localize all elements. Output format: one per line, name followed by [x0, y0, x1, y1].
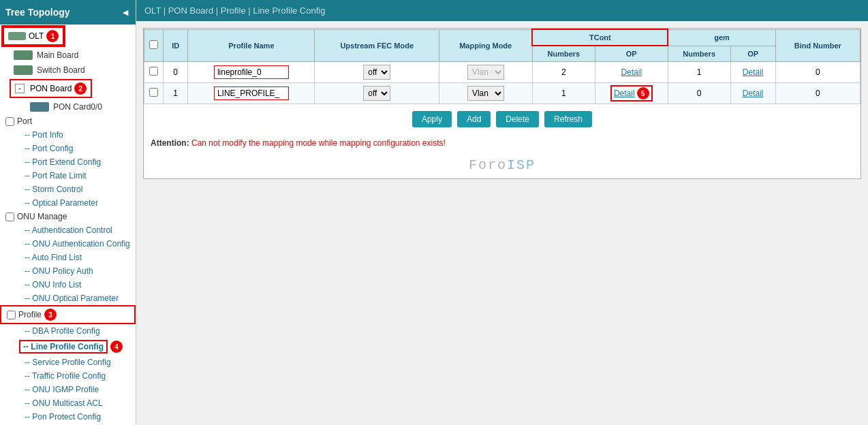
- tree-item-main-board[interactable]: Main Board: [0, 48, 136, 63]
- row1-mapping-select[interactable]: Vlan GEM TLS: [467, 86, 504, 101]
- nav-auth-control[interactable]: -- Authentication Control: [0, 223, 136, 237]
- profile-section-checkbox[interactable]: [7, 311, 16, 319]
- tree-item-pon-card[interactable]: PON Card0/0: [0, 99, 136, 114]
- nav-pon-protect[interactable]: -- Pon Protect Config: [0, 410, 136, 424]
- row0-gem-numbers: 1: [668, 62, 730, 83]
- pon-board-badge: 2: [74, 82, 87, 95]
- pon-board-expand[interactable]: -: [15, 84, 25, 93]
- attention-message: Attention: Can not modify the mapping mo…: [144, 134, 861, 152]
- row1-gem-numbers: 0: [668, 83, 730, 104]
- olt-label: OLT: [29, 31, 44, 41]
- th-checkbox: [144, 29, 164, 62]
- sidebar-header: Tree Topology ◄: [0, 0, 136, 25]
- row0-mapping-select[interactable]: Vlan GEM TLS: [467, 65, 504, 80]
- row1-gem-detail-link[interactable]: Detail: [743, 89, 764, 98]
- nav-optical-parameter[interactable]: -- Optical Parameter: [0, 196, 136, 210]
- onu-nav-items: -- Authentication Control -- ONU Authent…: [0, 223, 136, 305]
- refresh-button[interactable]: Refresh: [544, 111, 592, 127]
- port-section-checkbox[interactable]: [5, 117, 14, 126]
- port-section-header[interactable]: Port: [0, 114, 136, 128]
- row0-gem-op[interactable]: Detail: [730, 62, 775, 83]
- th-profile-name: Profile Name: [188, 29, 315, 62]
- th-tcont-op: OP: [595, 46, 668, 62]
- th-id: ID: [164, 29, 188, 62]
- row1-fec-select[interactable]: off on: [363, 86, 390, 101]
- nav-onu-info-list[interactable]: -- ONU Info List: [0, 278, 136, 292]
- th-bind-number: Bind Number: [775, 29, 860, 62]
- nav-line-profile[interactable]: -- Line Profile Config 4: [0, 338, 136, 356]
- line-profile-table: ID Profile Name Upstream FEC Mode Mappin…: [144, 29, 861, 104]
- tree-item-pon-board[interactable]: - PON Board 2: [10, 79, 92, 98]
- nav-multicast-acl[interactable]: -- ONU Multicast ACL: [0, 396, 136, 410]
- th-upstream-fec: Upstream FEC Mode: [315, 29, 439, 62]
- row1-id: 1: [164, 83, 188, 104]
- row1-upstream-fec[interactable]: off on: [315, 83, 439, 104]
- nav-auto-find-list[interactable]: -- Auto Find List: [0, 251, 136, 264]
- th-gem-op: OP: [730, 46, 775, 62]
- row1-gem-op[interactable]: Detail: [730, 83, 775, 104]
- row0-tcont-detail-link[interactable]: Detail: [621, 67, 642, 77]
- nav-dba-profile[interactable]: -- DBA Profile Config: [0, 324, 136, 338]
- onu-section-label: ONU Manage: [17, 212, 67, 221]
- nav-port-info[interactable]: -- Port Info: [0, 128, 136, 142]
- line-profile-badge: 4: [110, 341, 123, 353]
- profile-section-badge: 3: [44, 309, 57, 321]
- port-nav-items: -- Port Info -- Port Config -- Port Exte…: [0, 128, 136, 210]
- apply-button[interactable]: Apply: [412, 111, 452, 127]
- sidebar-collapse-button[interactable]: ◄: [121, 7, 130, 18]
- add-button[interactable]: Add: [457, 111, 491, 127]
- row1-profile-name[interactable]: [188, 83, 315, 104]
- row1-tcont-detail-link[interactable]: Detail5: [612, 86, 651, 100]
- row0-bind-number: 0: [775, 62, 860, 83]
- watermark-isp: ISP: [507, 157, 536, 173]
- nav-traffic-profile[interactable]: -- Traffic Profile Config: [0, 369, 136, 383]
- row1-checkbox[interactable]: [144, 83, 164, 104]
- nav-onu-auth-config[interactable]: -- ONU Authentication Config: [0, 237, 136, 251]
- row0-tcont-op[interactable]: Detail: [595, 62, 668, 83]
- nav-service-profile[interactable]: -- Service Profile Config: [0, 356, 136, 369]
- row1-bind-number: 0: [775, 83, 860, 104]
- th-mapping-mode: Mapping Mode: [439, 29, 532, 62]
- delete-button[interactable]: Delete: [496, 111, 539, 127]
- switch-board-label: Switch Board: [37, 65, 85, 75]
- row0-upstream-fec[interactable]: off on: [315, 62, 439, 83]
- sidebar: Tree Topology ◄ OLT 1 Main Board Switch …: [0, 0, 136, 425]
- breadcrumb: OLT | PON Board | Profile | Line Profile…: [136, 0, 868, 21]
- profile-section-header[interactable]: Profile 3: [0, 305, 136, 324]
- nav-port-rate-limit[interactable]: -- Port Rate Limit: [0, 169, 136, 183]
- line-profile-link[interactable]: -- Line Profile Config: [19, 340, 108, 353]
- olt-badge: 1: [46, 30, 59, 42]
- nav-onu-policy-auth[interactable]: -- ONU Policy Auth: [0, 264, 136, 278]
- row1-mapping-mode[interactable]: Vlan GEM TLS: [439, 83, 532, 104]
- th-tcont-numbers: Numbers: [532, 46, 595, 62]
- nav-onu-optical-parameter[interactable]: -- ONU Optical Parameter: [0, 292, 136, 305]
- onu-section-checkbox[interactable]: [5, 212, 14, 221]
- table-container: ID Profile Name Upstream FEC Mode Mappin…: [143, 28, 861, 179]
- profile-section-label: Profile: [18, 310, 42, 319]
- th-gem: gem: [668, 29, 775, 46]
- row1-tcont-op[interactable]: Detail5: [595, 83, 668, 104]
- row0-gem-detail-link[interactable]: Detail: [743, 67, 764, 77]
- row0-checkbox[interactable]: [144, 62, 164, 83]
- tree-item-switch-board[interactable]: Switch Board: [0, 63, 136, 78]
- nav-storm-control[interactable]: -- Storm Control: [0, 183, 136, 196]
- tree-item-olt[interactable]: OLT 1: [3, 27, 64, 46]
- nav-port-config[interactable]: -- Port Config: [0, 142, 136, 155]
- row0-mapping-mode[interactable]: Vlan GEM TLS: [439, 62, 532, 83]
- row0-fec-select[interactable]: off on: [363, 65, 390, 80]
- pon-card-icon: [30, 102, 49, 112]
- row1-profile-name-input[interactable]: [214, 86, 289, 100]
- onu-section-header[interactable]: ONU Manage: [0, 210, 136, 223]
- watermark-foro: Foro: [469, 157, 507, 173]
- port-section-label: Port: [17, 116, 32, 126]
- pon-card-label: PON Card0/0: [53, 102, 102, 112]
- nav-igmp-profile[interactable]: -- ONU IGMP Profile: [0, 383, 136, 396]
- main-board-icon: [14, 50, 33, 60]
- row0-profile-name-input[interactable]: [214, 65, 289, 79]
- breadcrumb-text: OLT | PON Board | Profile | Line Profile…: [144, 5, 325, 16]
- row0-profile-name[interactable]: [188, 62, 315, 83]
- th-gem-numbers: Numbers: [668, 46, 730, 62]
- nav-port-extend-config[interactable]: -- Port Extend Config: [0, 155, 136, 169]
- select-all-checkbox[interactable]: [149, 40, 158, 49]
- main-content: OLT | PON Board | Profile | Line Profile…: [136, 0, 868, 425]
